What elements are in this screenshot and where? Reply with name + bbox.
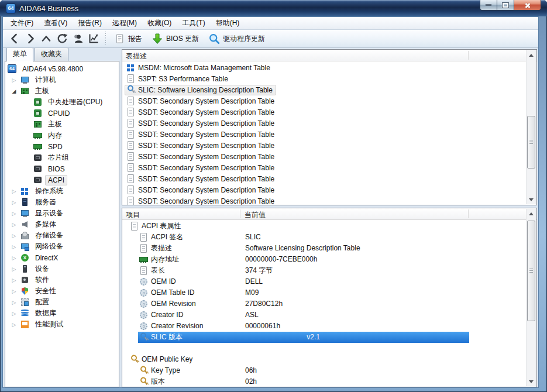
- acpi-table-row[interactable]: SSDT: Secondary System Description Table: [123, 129, 526, 140]
- acpi-table-row[interactable]: SSDT: Secondary System Description Table: [123, 151, 526, 162]
- acpi-table-row[interactable]: SSDT: Secondary System Description Table: [123, 140, 526, 151]
- back-button[interactable]: [6, 32, 22, 46]
- tree-item[interactable]: 性能测试: [5, 319, 119, 330]
- up-button[interactable]: [38, 32, 54, 46]
- tree-item[interactable]: 服务器: [5, 197, 119, 208]
- tree-item[interactable]: 计算机: [5, 74, 119, 85]
- scroll-up-icon[interactable]: [527, 209, 536, 218]
- maximize-button[interactable]: [497, 0, 514, 11]
- scroll-up-icon[interactable]: [527, 50, 536, 60]
- tree-item[interactable]: AIDA64 v5.98.4800: [5, 63, 119, 74]
- tree-item[interactable]: 中央处理器(CPU): [5, 97, 119, 108]
- tree-expander-icon[interactable]: [8, 255, 20, 261]
- menu-item[interactable]: 工具(T): [177, 17, 210, 29]
- acpi-table-row[interactable]: SSDT: Secondary System Description Table: [123, 162, 526, 173]
- forward-button[interactable]: [22, 32, 38, 46]
- detail-row[interactable]: ACPI 签名 SLIC: [123, 232, 526, 243]
- refresh-button[interactable]: [54, 32, 70, 46]
- acpi-table-row[interactable]: SSDT: Secondary System Description Table: [123, 95, 526, 106]
- tree-item[interactable]: 配置: [5, 297, 119, 308]
- tree-item[interactable]: 网络设备: [5, 241, 119, 252]
- detail-row[interactable]: Creator ID ASL: [123, 310, 526, 321]
- scrollbar-thumb[interactable]: [527, 221, 535, 321]
- driver-update-button[interactable]: 驱动程序更新: [204, 32, 270, 46]
- tree-item[interactable]: ACPI: [5, 174, 119, 185]
- acpi-table-row[interactable]: MSDM: Microsoft Data Management Table: [123, 62, 526, 73]
- column-header-item[interactable]: 项目: [126, 210, 140, 220]
- menu-item[interactable]: 报告(R): [73, 17, 107, 29]
- tree-expander-icon[interactable]: [8, 211, 20, 216]
- remote-user-button[interactable]: [70, 32, 85, 46]
- scroll-down-icon[interactable]: [527, 377, 536, 386]
- detail-row[interactable]: OEM Public Key: [123, 354, 526, 365]
- column-header-value[interactable]: 当前值: [245, 210, 266, 220]
- tree-item[interactable]: DirectX: [5, 252, 119, 263]
- tree-expander-icon[interactable]: [8, 77, 20, 83]
- acpi-table-row[interactable]: SSDT: Secondary System Description Table: [123, 195, 526, 205]
- detail-row[interactable]: SLIC 版本 v2.1: [123, 332, 526, 343]
- column-header-table-description[interactable]: 表描述: [126, 51, 147, 61]
- graph-button[interactable]: [85, 32, 101, 46]
- tree-expander-icon[interactable]: [8, 233, 20, 239]
- detail-row[interactable]: OEM Table ID M09: [123, 287, 526, 298]
- scrollbar-thumb[interactable]: [527, 116, 535, 169]
- table-list-scrollbar[interactable]: [526, 50, 536, 204]
- tree-item[interactable]: 数据库: [5, 308, 119, 319]
- detail-row[interactable]: 表描述 Software Licensing Description Table: [123, 243, 526, 254]
- tree-expander-icon[interactable]: [8, 311, 20, 317]
- menu-item[interactable]: 文件(F): [5, 17, 39, 29]
- tree-item[interactable]: 芯片组: [5, 152, 119, 163]
- tree-expander-icon[interactable]: [8, 277, 20, 283]
- column-divider[interactable]: [468, 51, 469, 60]
- tree-expander-icon[interactable]: [8, 200, 20, 205]
- tree-expander-icon[interactable]: [8, 222, 20, 228]
- tree-item[interactable]: 多媒体: [5, 219, 119, 230]
- detail-row[interactable]: OEM ID DELL: [123, 276, 526, 287]
- scroll-down-icon[interactable]: [527, 195, 536, 204]
- menu-item[interactable]: 远程(M): [107, 17, 142, 29]
- tree-expander-icon[interactable]: [8, 244, 20, 250]
- acpi-table-row[interactable]: SSDT: Secondary System Description Table: [123, 173, 526, 184]
- tree-item[interactable]: 内存: [5, 130, 119, 141]
- detail-scrollbar[interactable]: [526, 209, 536, 386]
- sidebar-tab[interactable]: 菜单: [6, 48, 33, 61]
- tree-item[interactable]: CPUID: [5, 108, 119, 119]
- minimize-button[interactable]: [480, 0, 497, 11]
- tree-expander-icon[interactable]: [8, 88, 20, 94]
- detail-row[interactable]: 表长 374 字节: [123, 265, 526, 276]
- tree-item[interactable]: 操作系统: [5, 185, 119, 197]
- tree-expander-icon[interactable]: [8, 288, 20, 294]
- menu-item[interactable]: 帮助(H): [211, 17, 245, 29]
- acpi-table-row[interactable]: S3PT: S3 Performance Table: [123, 73, 526, 84]
- tree-item[interactable]: 主板: [5, 85, 119, 97]
- detail-row[interactable]: ACPI 表属性: [123, 221, 526, 232]
- acpi-table-row[interactable]: SSDT: Secondary System Description Table: [123, 106, 526, 118]
- titlebar[interactable]: 64 AIDA64 Business: [0, 0, 547, 16]
- detail-row[interactable]: 版本 02h: [123, 376, 526, 387]
- close-button[interactable]: [514, 0, 541, 11]
- menu-item[interactable]: 收藏(O): [142, 17, 177, 29]
- tree-item[interactable]: BIOS: [5, 163, 119, 174]
- tree-item[interactable]: 主板: [5, 119, 119, 130]
- bios-update-button[interactable]: BIOS 更新: [147, 32, 204, 46]
- menu-item[interactable]: 查看(V): [39, 17, 73, 29]
- sidebar-tab[interactable]: 收藏夹: [35, 48, 68, 61]
- detail-row[interactable]: [123, 343, 526, 354]
- tree-expander-icon[interactable]: [8, 322, 20, 328]
- tree-expander-icon[interactable]: [8, 300, 20, 305]
- column-divider[interactable]: [240, 209, 240, 218]
- detail-row[interactable]: Key Type 06h: [123, 365, 526, 376]
- tree-item[interactable]: 存储设备: [5, 230, 119, 241]
- tree-item[interactable]: SPD: [5, 141, 119, 152]
- tree-item[interactable]: 显示设备: [5, 208, 119, 219]
- report-button[interactable]: 报告: [109, 32, 147, 46]
- acpi-table-row[interactable]: SSDT: Secondary System Description Table: [123, 118, 526, 129]
- detail-row[interactable]: Creator Revision 00000061h: [123, 321, 526, 332]
- detail-row[interactable]: 内存地址 00000000-7CEBE000h: [123, 254, 526, 265]
- tree-expander-icon[interactable]: [8, 266, 20, 272]
- tree-expander-icon[interactable]: [8, 188, 20, 194]
- tree-item[interactable]: 安全性: [5, 286, 119, 297]
- detail-row[interactable]: OEM Revision 27D80C12h: [123, 298, 526, 310]
- acpi-table-row[interactable]: SSDT: Secondary System Description Table: [123, 184, 526, 195]
- tree-item[interactable]: 软件: [5, 274, 119, 286]
